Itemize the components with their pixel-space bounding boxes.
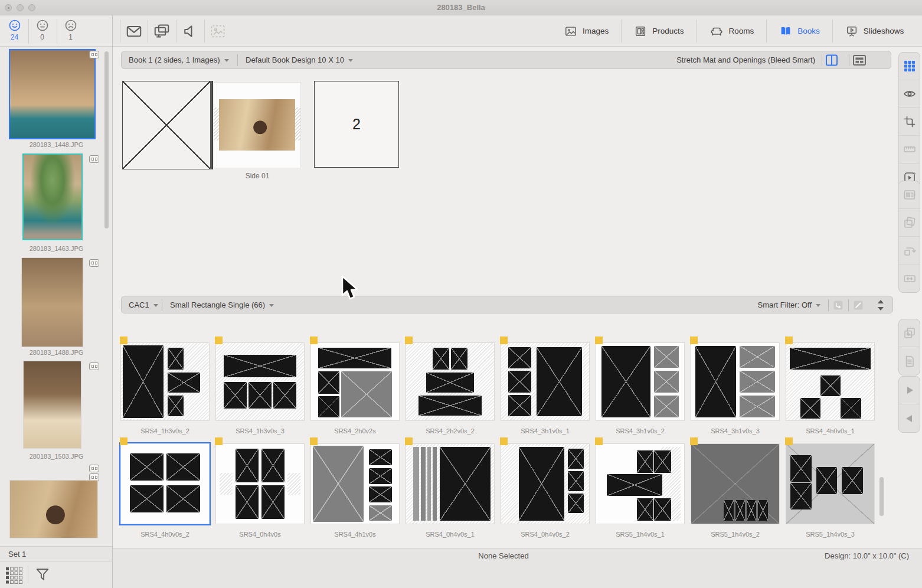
divider <box>848 299 849 311</box>
template-name: SRS5_1h4v0s_1 <box>596 531 685 538</box>
template-opening <box>637 498 653 521</box>
selection-status: None Selected <box>113 551 894 560</box>
template-opening <box>369 486 392 502</box>
tab-rooms[interactable]: Rooms <box>697 15 767 47</box>
template-card[interactable] <box>120 342 210 421</box>
template-opening <box>790 455 812 482</box>
tab-books[interactable]: Books <box>767 15 832 47</box>
template-card[interactable] <box>310 342 400 421</box>
image-thumbnail[interactable] <box>22 153 83 240</box>
template-card[interactable] <box>691 342 780 421</box>
rating-filter-neutral[interactable]: 0 <box>28 18 56 41</box>
previous-page-button[interactable] <box>899 404 920 432</box>
category-select[interactable]: CAC1 <box>129 300 158 309</box>
rotate-button[interactable] <box>899 237 920 264</box>
divider <box>176 19 176 43</box>
template-card[interactable] <box>406 443 495 524</box>
spread-view-icon[interactable] <box>852 54 867 67</box>
set-label: Set 1 <box>8 550 26 558</box>
image-thumbnail[interactable] <box>21 257 83 347</box>
mode-tabs: Images Products Rooms <box>552 15 916 47</box>
sidebar-scrollbar[interactable] <box>104 51 109 228</box>
crop-button[interactable] <box>899 108 920 136</box>
template-opening <box>249 382 272 409</box>
tab-slideshows[interactable]: Slideshows <box>833 15 916 47</box>
template-card[interactable] <box>501 342 590 421</box>
template-marker <box>120 337 127 344</box>
book-page-2[interactable]: 2 <box>314 81 399 168</box>
template-opening <box>735 500 745 521</box>
display-icon[interactable] <box>153 22 171 40</box>
template-card[interactable] <box>215 443 305 524</box>
set-bar: Set 1 <box>0 546 112 561</box>
image-thumbnail[interactable] <box>9 480 98 538</box>
template-card[interactable] <box>215 342 305 421</box>
add-page-icon <box>903 326 917 340</box>
tab-label: Rooms <box>729 27 754 35</box>
template-marker <box>215 337 223 344</box>
next-page-button[interactable] <box>899 377 920 404</box>
template-card[interactable] <box>501 443 590 524</box>
divider <box>120 19 120 43</box>
grid-view-button[interactable] <box>899 53 920 80</box>
template-opening <box>220 473 233 495</box>
image-placeholder-icon[interactable] <box>209 22 227 40</box>
template-card[interactable] <box>786 443 875 524</box>
resize-horizontal-button[interactable] <box>899 264 920 292</box>
template-group-select[interactable]: Small Rectangle Single (66) <box>170 300 274 309</box>
crossed-box-icon[interactable] <box>852 299 864 311</box>
template-card[interactable] <box>310 443 400 524</box>
template-name: SRS5_1h4v0s_3 <box>786 531 875 538</box>
template-card[interactable] <box>406 342 495 421</box>
main-toolbar: Images Products Rooms <box>113 15 922 47</box>
add-page-button[interactable] <box>899 319 920 347</box>
corner-arrow-icon[interactable] <box>832 299 844 311</box>
notes-icon <box>903 354 917 368</box>
image-thumbnail[interactable] <box>23 361 81 449</box>
smart-filter-select[interactable]: Smart Filter: Off <box>758 300 821 309</box>
template-card[interactable] <box>691 443 780 524</box>
template-opening <box>318 371 339 394</box>
book-select[interactable]: Book 1 (2 sides, 1 Images) <box>129 55 229 64</box>
rating-filter-happy[interactable]: 24 <box>1 18 28 41</box>
tab-products[interactable]: Products <box>622 15 696 47</box>
page-tools-panel <box>898 319 920 375</box>
template-marker <box>690 337 698 344</box>
two-page-view-icon[interactable] <box>825 54 839 67</box>
size-stepper[interactable] <box>876 298 885 312</box>
email-icon[interactable] <box>125 22 143 40</box>
template-opening <box>519 447 564 520</box>
rating-filter-sad[interactable]: 1 <box>57 18 84 41</box>
page-photo[interactable] <box>219 99 295 151</box>
image-thumbnail[interactable] <box>9 49 96 139</box>
template-scrollbar[interactable] <box>880 477 884 516</box>
rooms-icon <box>710 24 724 38</box>
book-page-placeholder[interactable] <box>122 81 211 169</box>
template-card[interactable] <box>120 443 210 524</box>
template-opening <box>695 346 736 417</box>
template-card[interactable] <box>786 342 875 421</box>
notes-button[interactable] <box>899 347 920 375</box>
chevron-down-icon <box>224 59 229 62</box>
filter-funnel-icon[interactable] <box>34 566 51 583</box>
books-icon <box>779 25 792 38</box>
design-select[interactable]: Default Book Design 10 X 10 <box>246 55 353 64</box>
template-card[interactable] <box>596 342 685 421</box>
tab-images[interactable]: Images <box>552 15 621 47</box>
mat-layout-button[interactable] <box>899 181 920 209</box>
neutral-face-icon <box>35 18 50 32</box>
ruler-button[interactable] <box>899 136 920 164</box>
template-opening <box>313 446 364 522</box>
thumbnail-grid-icon[interactable] <box>5 566 24 584</box>
template-opening <box>800 398 820 419</box>
template-opening <box>427 447 431 520</box>
template-opening <box>654 498 671 521</box>
preview-button[interactable] <box>899 80 920 108</box>
template-opening <box>236 485 259 519</box>
template-opening <box>790 483 812 509</box>
stacked-photos-icon <box>903 215 917 230</box>
stacked-photos-button[interactable] <box>899 209 920 237</box>
speaker-icon[interactable] <box>181 22 199 40</box>
template-name: SRS4_2h2v0s_2 <box>406 427 495 435</box>
template-card[interactable] <box>596 443 685 524</box>
